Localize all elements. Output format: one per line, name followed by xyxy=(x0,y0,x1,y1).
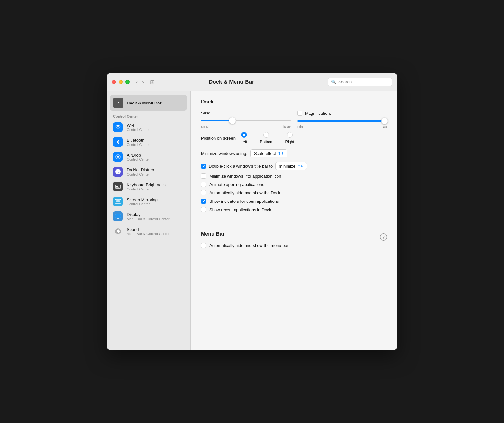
magnification-checkbox[interactable] xyxy=(297,111,302,116)
screen-mirroring-icon xyxy=(113,197,123,206)
traffic-lights xyxy=(112,80,130,84)
svg-rect-12 xyxy=(117,218,119,219)
size-label: Size: xyxy=(201,111,291,115)
minimize-button[interactable] xyxy=(119,80,123,84)
position-bottom[interactable]: Bottom xyxy=(260,132,272,144)
sidebar-selected-label: Dock & Menu Bar xyxy=(127,101,162,105)
titlebar: ‹ › ⊞ Dock & Menu Bar 🔍 xyxy=(107,73,397,91)
svg-rect-3 xyxy=(115,185,121,188)
sidebar-item-keyboard-brightness[interactable]: Keyboard Brightness Control Center xyxy=(107,179,190,194)
minimize-select[interactable]: Scale effect ⬆⬇ xyxy=(250,149,287,157)
svg-rect-6 xyxy=(119,186,119,187)
search-input[interactable] xyxy=(338,80,389,84)
help-button[interactable]: ? xyxy=(380,233,387,241)
position-right-radio[interactable] xyxy=(287,132,293,138)
minimize-value: Scale effect xyxy=(254,151,276,156)
window-title: Dock & Menu Bar xyxy=(139,79,324,85)
bluetooth-icon xyxy=(113,137,123,147)
animate-row: Animate opening applications xyxy=(201,182,387,187)
search-bar[interactable]: 🔍 xyxy=(328,78,392,86)
position-bottom-radio[interactable] xyxy=(263,132,269,138)
show-indicators-row: Show indicators for open applications xyxy=(201,199,387,204)
position-bottom-label: Bottom xyxy=(260,140,272,144)
sidebar-section-label: Control Center xyxy=(107,111,190,120)
show-recent-row: Show recent applications in Dock xyxy=(201,207,387,212)
autohide-dock-row: Automatically hide and show the Dock xyxy=(201,190,387,195)
size-slider-fill xyxy=(201,120,232,121)
display-icon xyxy=(113,212,123,221)
sidebar-item-display[interactable]: Display Menu Bar & Control Center xyxy=(107,209,190,224)
svg-line-1 xyxy=(117,142,118,143)
size-slider-thumb[interactable] xyxy=(229,117,236,124)
mag-slider-fill xyxy=(297,120,385,122)
sidebar-item-do-not-disturb[interactable]: Do Not Disturb Control Center xyxy=(107,164,190,179)
minimize-into-icon-checkbox[interactable] xyxy=(201,173,206,179)
magnification-label: Magnification: xyxy=(305,111,331,116)
double-click-checkbox[interactable] xyxy=(201,164,206,169)
content-area: ▪ Dock & Menu Bar Control Center Wi-Fi C… xyxy=(107,91,397,350)
show-indicators-label: Show indicators for open applications xyxy=(209,199,279,204)
size-small-label: small xyxy=(201,125,209,128)
autohide-menubar-label: Automatically hide and show the menu bar xyxy=(209,243,289,248)
position-left-radio[interactable] xyxy=(241,132,247,138)
svg-rect-7 xyxy=(116,187,119,188)
sidebar-item-dock-menu-bar[interactable]: ▪ Dock & Menu Bar xyxy=(110,95,187,111)
wifi-icon xyxy=(113,122,123,132)
size-large-label: large xyxy=(283,125,291,128)
minimize-into-icon-row: Minimize windows into application icon xyxy=(201,173,387,179)
sidebar-item-wifi[interactable]: Wi-Fi Control Center xyxy=(107,120,190,135)
keyboard-brightness-icon xyxy=(113,182,123,191)
airdrop-icon xyxy=(113,152,123,162)
show-recent-checkbox[interactable] xyxy=(201,207,206,212)
animate-label: Animate opening applications xyxy=(209,182,264,187)
autohide-dock-label: Automatically hide and show the Dock xyxy=(209,190,280,195)
dock-section: Dock Size: small large xyxy=(191,91,397,223)
minimize-into-icon-label: Minimize windows into application icon xyxy=(209,174,281,179)
svg-line-0 xyxy=(117,141,118,142)
size-slider-track xyxy=(201,117,291,124)
do-not-disturb-icon xyxy=(113,167,123,177)
sound-icon xyxy=(113,226,123,236)
menubar-section-title: Menu Bar xyxy=(201,231,225,237)
svg-rect-9 xyxy=(116,200,120,202)
mag-min-label: min xyxy=(297,125,303,129)
double-click-select[interactable]: minimize ⬆⬇ xyxy=(275,162,307,170)
mag-slider-thumb[interactable] xyxy=(381,118,388,124)
close-button[interactable] xyxy=(112,80,116,84)
svg-rect-4 xyxy=(116,186,117,187)
svg-rect-5 xyxy=(117,186,118,187)
sidebar-item-airdrop[interactable]: AirDrop Control Center xyxy=(107,149,190,164)
double-click-label: Double-click a window's title bar to xyxy=(209,164,273,168)
minimize-label: Minimize windows using: xyxy=(201,151,247,156)
autohide-menubar-row: Automatically hide and show the menu bar xyxy=(201,243,387,248)
minimize-row: Minimize windows using: Scale effect ⬆⬇ xyxy=(201,149,387,157)
double-click-arrows-icon: ⬆⬇ xyxy=(298,164,303,168)
svg-rect-11 xyxy=(115,214,121,218)
show-indicators-checkbox[interactable] xyxy=(201,199,206,204)
position-left[interactable]: Left xyxy=(241,132,247,144)
main-panel: Dock Size: small large xyxy=(191,91,397,350)
mag-max-label: max xyxy=(380,125,387,129)
minimize-arrows-icon: ⬆⬇ xyxy=(278,151,284,156)
svg-point-2 xyxy=(117,156,119,158)
position-label: Position on screen: xyxy=(201,136,237,141)
autohide-menubar-checkbox[interactable] xyxy=(201,243,206,248)
dock-section-title: Dock xyxy=(201,99,387,105)
maximize-button[interactable] xyxy=(125,80,130,84)
position-radio-group: Left Bottom Right xyxy=(241,132,294,144)
sidebar-item-bluetooth[interactable]: Bluetooth Control Center xyxy=(107,135,190,149)
search-icon: 🔍 xyxy=(331,80,336,84)
position-left-label: Left xyxy=(241,140,247,144)
mag-slider-track xyxy=(297,118,387,124)
sidebar-item-sound[interactable]: Sound Menu Bar & Control Center xyxy=(107,224,190,239)
sidebar-item-screen-mirroring[interactable]: Screen Mirroring Control Center xyxy=(107,194,190,209)
autohide-dock-checkbox[interactable] xyxy=(201,190,206,195)
show-recent-label: Show recent applications in Dock xyxy=(209,207,271,212)
sidebar: ▪ Dock & Menu Bar Control Center Wi-Fi C… xyxy=(107,91,191,350)
animate-checkbox[interactable] xyxy=(201,182,206,187)
back-button[interactable]: ‹ xyxy=(135,79,139,86)
main-window: ‹ › ⊞ Dock & Menu Bar 🔍 ▪ Dock & Menu Ba… xyxy=(107,73,397,350)
position-right[interactable]: Right xyxy=(285,132,294,144)
menubar-section: Menu Bar ? Automatically hide and show t… xyxy=(191,223,397,259)
double-click-value: minimize xyxy=(279,164,295,168)
